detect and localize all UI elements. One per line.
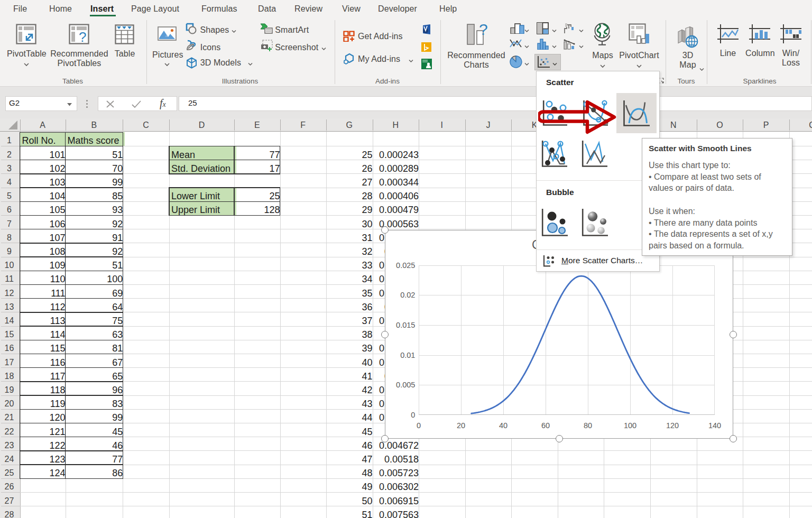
- svg-text:?: ?: [479, 22, 488, 38]
- svg-text:?: ?: [79, 29, 86, 45]
